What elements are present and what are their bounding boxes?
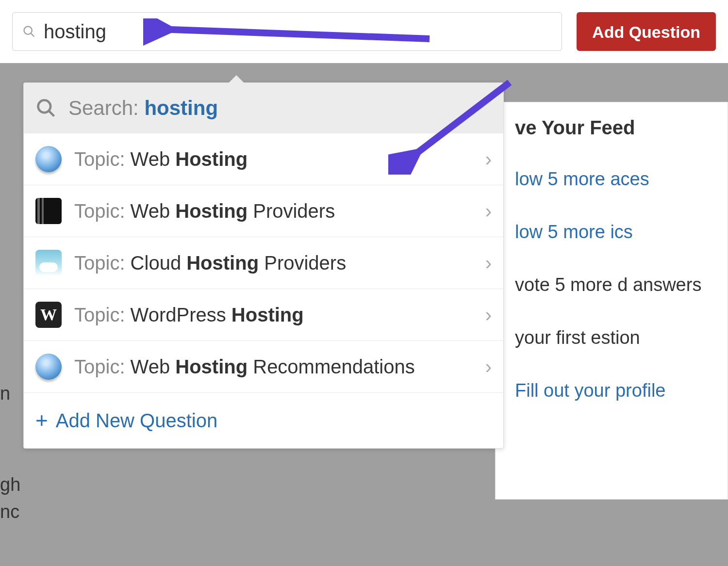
globe-icon [35, 354, 62, 380]
dropdown-topic-item[interactable]: Topic: Web Hosting › [24, 133, 503, 185]
chevron-right-icon: › [485, 356, 492, 378]
search-box[interactable] [12, 12, 562, 51]
add-new-question-label: Add New Question [56, 410, 218, 432]
svg-point-0 [24, 27, 32, 34]
globe-icon [35, 146, 62, 172]
topic-label: Topic: WordPress Hosting [74, 304, 473, 326]
chevron-right-icon: › [485, 200, 492, 222]
cutoff-text: gh [0, 474, 20, 495]
cutoff-text: n [0, 383, 10, 404]
feed-item[interactable]: Fill out your profile [515, 377, 708, 404]
search-input[interactable] [44, 21, 552, 43]
dropdown-topic-item[interactable]: Topic: Cloud Hosting Providers › [24, 237, 503, 289]
add-new-question-link[interactable]: + Add New Question [24, 393, 503, 448]
plus-icon: + [35, 408, 48, 433]
dropdown-topic-item[interactable]: Topic: Web Hosting Recommendations › [24, 341, 503, 393]
svg-line-1 [31, 33, 34, 36]
dropdown-search-row[interactable]: Search: hosting [24, 83, 503, 133]
search-icon [22, 25, 36, 38]
add-question-button[interactable]: Add Question [577, 12, 716, 51]
topic-label: Topic: Web Hosting Recommendations [74, 356, 473, 378]
dropdown-topic-item[interactable]: Topic: Web Hosting Providers › [24, 185, 503, 237]
feed-item[interactable]: low 5 more aces [515, 165, 708, 193]
feed-item[interactable]: your first estion [515, 324, 708, 352]
search-dropdown: Search: hosting Topic: Web Hosting › Top… [23, 82, 504, 449]
improve-feed-panel: ve Your Feed low 5 more aces low 5 more … [495, 102, 728, 500]
search-icon [35, 97, 57, 119]
dropdown-search-label: Search: [68, 97, 144, 119]
feed-panel-title: ve Your Feed [515, 117, 708, 139]
chevron-right-icon: › [485, 252, 492, 274]
dropdown-search-term: hosting [144, 97, 218, 119]
svg-line-3 [49, 111, 54, 116]
feed-item[interactable]: low 5 more ics [515, 218, 708, 246]
topic-label: Topic: Web Hosting Providers [74, 200, 473, 222]
top-bar: Add Question [0, 0, 728, 63]
wordpress-icon: W [35, 302, 62, 328]
cloud-icon [35, 250, 62, 276]
topic-label: Topic: Cloud Hosting Providers [74, 252, 473, 274]
topic-label: Topic: Web Hosting [74, 148, 473, 170]
chevron-right-icon: › [485, 304, 492, 326]
servers-icon [35, 198, 62, 224]
feed-item[interactable]: vote 5 more d answers [515, 271, 708, 299]
dropdown-topic-item[interactable]: W Topic: WordPress Hosting › [24, 289, 503, 341]
chevron-right-icon: › [485, 148, 492, 170]
svg-point-2 [38, 100, 51, 113]
cutoff-text: nc [0, 501, 19, 522]
